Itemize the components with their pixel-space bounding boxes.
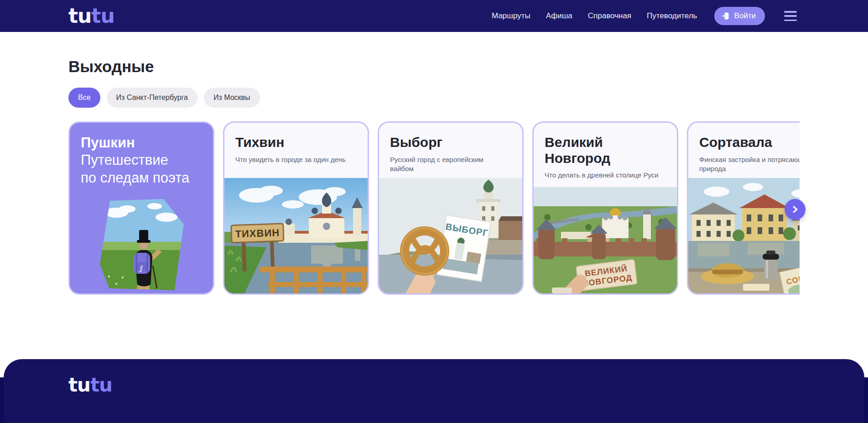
card-image-vyborg: ВЫБОРГ [379, 178, 522, 293]
card-title: Тихвин [235, 135, 357, 151]
nav-item-afisha[interactable]: Афиша [546, 11, 572, 21]
tikhvin-sign-label: ТИХВИН [235, 227, 280, 240]
footer-panel: tutu [4, 359, 864, 423]
logo-text-white: tu [68, 4, 91, 27]
card-pushkin[interactable]: Пушкин Путешествие по следам поэта [68, 121, 214, 295]
card-tikhvin[interactable]: Тихвин Что увидеть в городе за один день [223, 121, 369, 295]
card-title: Выборг [390, 135, 511, 151]
card-image-tikhvin: ТИХВИН [224, 178, 368, 293]
main-content: Выходные Все Из Санкт-Петербурга Из Моск… [0, 32, 868, 359]
card-image-sortavala: СОРТАВАЛА [688, 178, 800, 293]
card-text: Пушкин Путешествие по следам поэта [70, 123, 213, 187]
card-sortavala[interactable]: Сортавала Финская застройка и потрясающа… [687, 121, 800, 295]
card-image-pushkin: tutu [99, 199, 184, 292]
filter-chip-from-spb[interactable]: Из Санкт-Петербурга [107, 88, 198, 108]
card-text: Великий Новгород Что делать в древней ст… [534, 123, 677, 180]
card-image-veliky-novgorod: ВЕЛИКИЙ НОВГОРОД [534, 187, 677, 293]
card-title: Великий Новгород [545, 135, 627, 166]
nav-item-guide[interactable]: Путеводитель [647, 11, 697, 21]
header: tutu Маршруты Афиша Справочная Путеводит… [0, 0, 868, 32]
card-veliky-novgorod[interactable]: Великий Новгород Что делать в древней ст… [532, 121, 678, 295]
card-text: Тихвин Что увидеть в городе за один день [224, 123, 368, 164]
card-text: Выборг Русский город с европейским вайбо… [379, 123, 522, 173]
card-title: Пушкин [81, 135, 202, 151]
tutu-logo[interactable]: tutu [68, 6, 114, 26]
page-title: Выходные [68, 57, 868, 76]
card-text: Сортавала Финская застройка и потрясающа… [688, 123, 800, 173]
card-subtitle-line1: Путешествие [81, 151, 202, 169]
login-icon [721, 11, 730, 21]
card-subtitle: Что делать в древней столице Руси [545, 171, 666, 180]
footer: tutu [0, 359, 868, 423]
carousel-track: Пушкин Путешествие по следам поэта [68, 121, 800, 295]
login-button-label: Войти [734, 11, 756, 21]
card-vyborg[interactable]: Выборг Русский город с европейским вайбо… [378, 121, 524, 295]
carousel-next-button[interactable] [785, 199, 806, 220]
carousel-viewport: Пушкин Путешествие по следам поэта [68, 121, 800, 295]
filter-chips: Все Из Санкт-Петербурга Из Москвы [68, 88, 868, 108]
header-nav: Маршруты Афиша Справочная Путеводитель В… [492, 7, 797, 25]
nav-item-routes[interactable]: Маршруты [492, 11, 530, 21]
card-subtitle-line2: по следам поэта [81, 169, 202, 187]
weekend-carousel: Пушкин Путешествие по следам поэта [0, 121, 868, 295]
filter-chip-from-moscow[interactable]: Из Москвы [204, 88, 260, 108]
footer-tutu-logo[interactable]: tutu [68, 376, 112, 395]
chevron-right-icon [791, 205, 799, 214]
nav-item-reference[interactable]: Справочная [588, 11, 631, 21]
card-subtitle: Русский город с европейским вайбом [390, 155, 505, 174]
card-title: Сортавала [699, 135, 800, 151]
footer-logo-text-white: tu [68, 374, 90, 396]
footer-logo-text-purple: tu [90, 374, 112, 396]
hamburger-icon[interactable] [784, 11, 797, 21]
card-subtitle: Что увидеть в городе за один день [235, 155, 357, 164]
login-button[interactable]: Войти [714, 7, 765, 25]
logo-text-purple: tu [91, 4, 114, 27]
card-subtitle: Финская застройка и потрясающая природа [699, 155, 800, 174]
filter-chip-all[interactable]: Все [68, 88, 100, 108]
